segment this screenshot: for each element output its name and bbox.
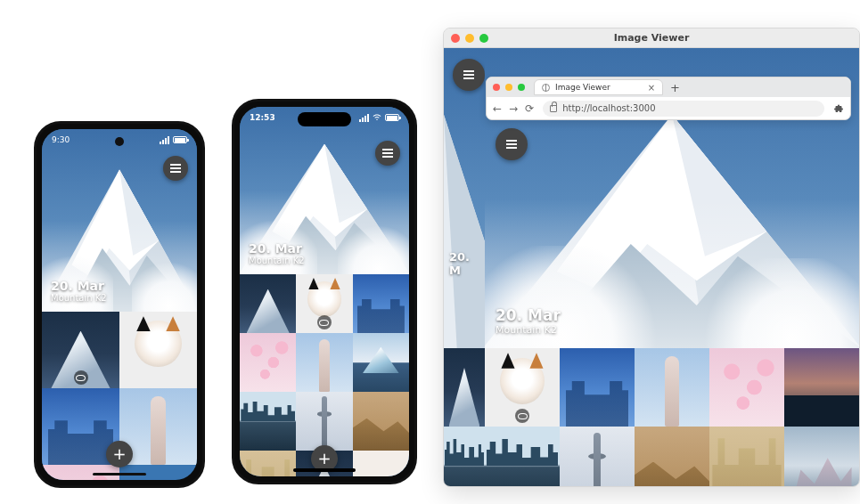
dynamic-island xyxy=(298,112,351,126)
thumbnail[interactable] xyxy=(635,427,709,486)
thumbnail[interactable] xyxy=(444,427,485,486)
desktop-window: Image Viewer 20. M xyxy=(443,28,860,487)
globe-icon xyxy=(542,84,550,92)
battery-icon xyxy=(385,114,399,121)
address-bar[interactable]: http://localhost:3000 xyxy=(543,101,824,117)
thumbnail[interactable] xyxy=(353,333,409,392)
tab-title: Image Viewer xyxy=(555,83,610,92)
traffic-lights[interactable] xyxy=(451,34,488,43)
wifi-icon xyxy=(373,114,381,121)
maximize-button[interactable] xyxy=(479,34,488,43)
iphone-device: 12:53 xyxy=(232,99,417,484)
hamburger-menu-button[interactable] xyxy=(496,128,528,160)
close-button[interactable] xyxy=(451,34,460,43)
visibility-icon[interactable] xyxy=(317,315,332,329)
hamburger-menu-button-under[interactable] xyxy=(453,59,485,91)
android-device: 9:30 xyxy=(34,121,205,488)
reload-button[interactable]: ⟳ xyxy=(525,102,534,115)
thumbnail[interactable] xyxy=(42,312,119,388)
hero-title: Mountain K2 xyxy=(51,293,107,303)
home-indicator xyxy=(93,473,146,476)
thumbnail[interactable] xyxy=(353,274,409,333)
thumbnail[interactable] xyxy=(709,427,784,486)
prev-hero-date: 20. M xyxy=(449,250,485,277)
hamburger-menu-button[interactable] xyxy=(163,156,188,181)
macos-titlebar[interactable]: Image Viewer xyxy=(444,28,859,48)
minimize-button[interactable] xyxy=(505,84,512,91)
browser-window: Image Viewer × + ← → ⟳ http://localhost:… xyxy=(486,77,851,120)
thumbnail[interactable] xyxy=(296,392,352,451)
thumbnail[interactable] xyxy=(240,274,296,333)
hero-title: Mountain K2 xyxy=(496,324,561,336)
thumbnail[interactable] xyxy=(444,348,485,427)
status-time: 9:30 xyxy=(52,135,70,144)
battery-icon xyxy=(173,136,187,143)
hero-date: 20. Mar xyxy=(496,306,561,324)
forward-button[interactable]: → xyxy=(509,102,518,115)
close-tab-icon[interactable]: × xyxy=(648,83,655,93)
hamburger-menu-button[interactable] xyxy=(375,141,400,166)
signal-icon xyxy=(359,114,369,122)
add-fab[interactable]: + xyxy=(106,441,133,467)
url-text: http://localhost:3000 xyxy=(562,103,655,113)
thumbnail[interactable] xyxy=(560,348,635,427)
thumbnail[interactable] xyxy=(240,333,296,392)
thumbnail[interactable] xyxy=(784,348,859,427)
status-time: 12:53 xyxy=(250,113,275,122)
thumbnail-grid xyxy=(485,348,859,486)
thumbnail[interactable] xyxy=(709,348,784,427)
maximize-button[interactable] xyxy=(518,84,525,91)
thumbnail[interactable] xyxy=(240,392,296,451)
browser-traffic-lights[interactable] xyxy=(493,84,525,91)
thumbnail[interactable] xyxy=(240,451,296,476)
thumbnail[interactable] xyxy=(784,427,859,486)
hero-caption: 20. Mar Mountain K2 xyxy=(249,241,305,265)
previous-hero-sliver[interactable]: 20. M xyxy=(444,48,485,348)
visibility-icon[interactable] xyxy=(515,409,529,423)
thumbnail[interactable] xyxy=(296,333,352,392)
thumbnail[interactable] xyxy=(353,392,409,451)
camera-cutout xyxy=(115,137,124,146)
minimize-button[interactable] xyxy=(465,34,474,43)
window-title: Image Viewer xyxy=(614,32,690,44)
hero-title: Mountain K2 xyxy=(249,256,305,265)
lock-icon xyxy=(550,105,557,112)
hero-date: 20. Mar xyxy=(51,279,107,293)
browser-toolbar: ← → ⟳ http://localhost:3000 xyxy=(487,97,850,119)
visibility-icon[interactable] xyxy=(74,370,88,385)
thumbnail[interactable] xyxy=(635,348,709,427)
browser-tab[interactable]: Image Viewer × xyxy=(534,79,663,95)
thumbnail[interactable] xyxy=(353,451,409,476)
signal-icon xyxy=(160,136,169,144)
thumbnail[interactable] xyxy=(485,427,560,486)
thumbnail[interactable] xyxy=(119,312,197,388)
new-tab-button[interactable]: + xyxy=(670,81,680,94)
hero-date: 20. Mar xyxy=(249,241,305,256)
hero-image[interactable]: 20. Mar Mountain K2 xyxy=(240,107,409,274)
hero-caption: 20. Mar Mountain K2 xyxy=(51,279,107,303)
thumbnail[interactable] xyxy=(296,274,352,333)
extensions-icon[interactable] xyxy=(833,103,844,114)
back-button[interactable]: ← xyxy=(493,102,502,115)
thumbnail[interactable] xyxy=(485,348,560,427)
close-button[interactable] xyxy=(493,84,500,91)
thumbnail[interactable] xyxy=(560,427,635,486)
home-indicator xyxy=(293,468,356,472)
thumbnail-grid-sliver xyxy=(444,348,485,486)
browser-tabbar: Image Viewer × + xyxy=(487,77,850,97)
